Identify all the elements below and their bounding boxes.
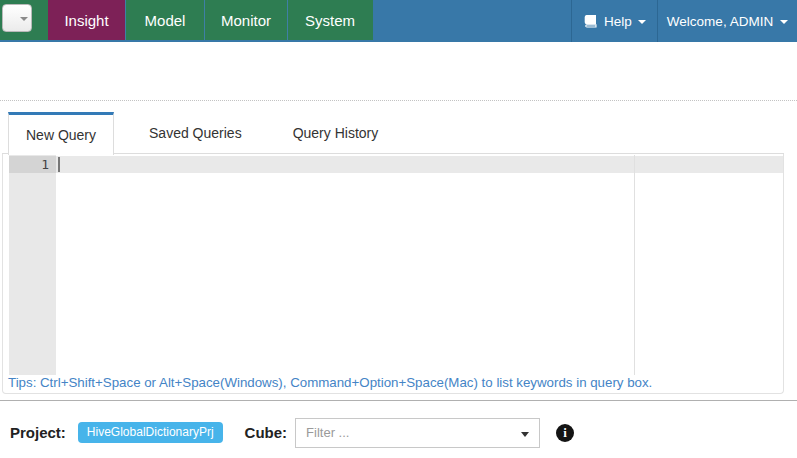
query-tabs: New Query Saved Queries Query History <box>8 112 395 154</box>
top-navbar: Insight Model Monitor System Help <box>0 0 797 42</box>
nav-item-system[interactable]: System <box>287 0 372 40</box>
sql-editor[interactable]: 1 <box>9 155 783 375</box>
tab-new-query[interactable]: New Query <box>8 112 114 155</box>
editor-gutter: 1 <box>9 155 56 375</box>
caret-down-icon <box>638 20 646 24</box>
cube-filter-select[interactable] <box>295 418 540 448</box>
navbar-right-section: Help Welcome, ADMIN <box>571 0 797 42</box>
query-tips-text: Tips: Ctrl+Shift+Space or Alt+Space(Wind… <box>3 375 783 393</box>
tab-label: Saved Queries <box>149 125 242 141</box>
insight-page: Insight Model Monitor System Help <box>0 0 797 458</box>
user-menu-label: Welcome, ADMIN <box>667 14 773 29</box>
nav-item-label: System <box>305 12 355 29</box>
cube-label: Cube: <box>245 424 288 441</box>
info-circle-icon[interactable]: i <box>556 424 574 442</box>
query-tabbar: New Query Saved Queries Query History <box>2 112 784 154</box>
book-icon <box>583 14 598 28</box>
tab-query-history[interactable]: Query History <box>276 112 396 154</box>
main-nav-menu: Insight Model Monitor System <box>48 0 372 40</box>
tab-saved-queries[interactable]: Saved Queries <box>132 112 259 154</box>
line-number: 1 <box>9 156 56 173</box>
query-panel: 1 Tips: Ctrl+Shift+Space or Alt+Space(Wi… <box>2 154 784 394</box>
tab-label: New Query <box>26 127 96 143</box>
caret-down-icon <box>20 17 28 21</box>
nav-item-insight[interactable]: Insight <box>48 0 125 40</box>
editor-print-margin <box>634 155 635 375</box>
project-label: Project: <box>10 424 66 441</box>
text-cursor <box>58 157 60 172</box>
nav-item-label: Insight <box>64 12 108 29</box>
caret-down-icon <box>521 432 529 437</box>
horizontal-divider <box>0 400 797 401</box>
user-menu[interactable]: Welcome, ADMIN <box>657 0 797 42</box>
top-left-mini-select[interactable] <box>2 4 32 32</box>
dotted-divider <box>0 100 797 101</box>
nav-item-model[interactable]: Model <box>125 0 204 40</box>
cube-filter-input[interactable] <box>306 420 516 446</box>
caret-down-icon <box>780 20 788 24</box>
nav-item-label: Monitor <box>221 12 271 29</box>
tab-label: Query History <box>293 125 379 141</box>
help-menu-label: Help <box>604 14 632 29</box>
editor-active-line-highlight <box>56 156 783 173</box>
project-badge: HiveGlobalDictionaryPrj <box>78 422 223 443</box>
nav-item-monitor[interactable]: Monitor <box>204 0 287 40</box>
nav-item-label: Model <box>145 12 186 29</box>
help-menu[interactable]: Help <box>571 0 657 42</box>
project-cube-row: Project: HiveGlobalDictionaryPrj Cube: i <box>0 417 797 448</box>
